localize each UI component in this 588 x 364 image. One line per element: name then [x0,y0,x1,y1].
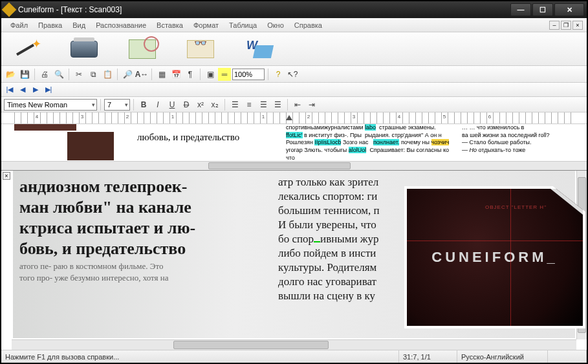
align-center-button[interactable]: ≡ [243,98,256,111]
export-word-button[interactable] [239,36,278,62]
recognize-button[interactable] [181,36,220,62]
underline-button[interactable]: U [166,98,179,111]
recognized-text-col3[interactable]: … … что изменилось в ва шей жизни за пос… [462,124,572,155]
splash-overlay: OBJECT "LETTER H" CUNEIFORM_ [404,186,585,328]
preview-icon[interactable]: 🔍 [52,68,65,81]
zoom-combo[interactable]: 100% [232,69,265,80]
cut-icon[interactable]: ✂ [72,68,85,81]
horizontal-ruler[interactable]: 4 3 2 1 1 2 3 4 5 6 [1,112,587,124]
print-icon[interactable]: 🖨 [38,68,51,81]
titlebar: Cuneiform - [Текст : Scan003] — ☐ ✕ [1,1,587,18]
mdi-close-button[interactable]: × [572,21,583,30]
first-page-button[interactable]: |◀ [4,85,16,95]
image-fragment [67,132,114,160]
font-size-combo[interactable]: 7 [104,99,130,111]
ocr-cursor-icon [314,241,320,242]
open-icon[interactable]: 📂 [4,68,17,81]
wizard-button[interactable] [6,36,45,62]
paste-icon[interactable]: 📋 [101,68,114,81]
nav-toolbar: |◀ ◀ ▶ ▶| [1,83,587,97]
replace-icon[interactable]: A↔ [135,68,148,81]
help-icon[interactable]: ? [272,68,285,81]
menu-recognition[interactable]: Распознавание [91,20,151,30]
indent-marker-icon[interactable] [286,115,292,120]
recognized-text[interactable]: любовь, и предательство [137,132,239,143]
mdi-restore-button[interactable]: ❐ [561,21,571,30]
menu-table[interactable]: Таблица [224,20,262,30]
maximize-button[interactable]: ☐ [532,3,553,16]
menu-file[interactable]: Файл [5,20,33,30]
para-marks-icon[interactable]: ¶ [184,68,197,81]
find-icon[interactable]: 🔎 [121,68,134,81]
window-title: Cuneiform - [Текст : Scan003] [18,5,509,14]
splash-title: CUNEIFORM_ [431,249,558,266]
app-icon [2,3,17,17]
text-pane[interactable]: любовь, и предательство спортивньамижурн… [1,124,587,171]
close-pane-button[interactable]: × [3,172,10,180]
status-extra [548,350,587,363]
align-right-button[interactable]: ☰ [257,98,270,111]
last-page-button[interactable]: ▶| [43,85,54,95]
indent-button[interactable]: ⇥ [305,98,318,111]
menu-format[interactable]: Формат [188,20,224,30]
main-toolbar [1,32,587,66]
align-justify-button[interactable]: ☰ [271,98,284,111]
status-hint: Нажмите F1 для вызова справки... [1,350,399,363]
bold-button[interactable]: B [137,98,150,111]
prev-page-button[interactable]: ◀ [17,85,28,95]
mdi-minimize-button[interactable]: – [549,21,560,30]
next-page-button[interactable]: ▶ [30,85,41,95]
status-position: 31:7, 1/1 [399,350,457,363]
text-pane-hscrollbar[interactable] [1,161,587,170]
scan-button[interactable] [65,36,103,62]
context-help-icon[interactable]: ↖? [286,68,299,81]
font-family-combo[interactable]: Times New Roman [4,99,97,111]
fit-icon[interactable]: ▣ [204,68,217,81]
calendar-icon[interactable]: 📅 [169,68,182,81]
recognized-text-col2[interactable]: спортивньамижурналистами labo страшные э… [286,124,454,162]
menu-edit[interactable]: Правка [33,20,67,30]
save-icon[interactable]: 💾 [18,68,31,81]
italic-button[interactable]: I [151,98,164,111]
subscript-button[interactable]: x₂ [208,98,221,111]
menu-view[interactable]: Вид [67,20,91,30]
image-pane-hscrollbar[interactable] [12,339,576,350]
minimize-button[interactable]: — [510,3,531,16]
outdent-button[interactable]: ⇤ [291,98,304,111]
layout-button[interactable] [123,36,162,62]
copy-icon[interactable]: ⧉ [87,68,100,81]
menu-window[interactable]: Окно [262,20,289,30]
grid-icon[interactable]: ▦ [155,68,168,81]
menu-help[interactable]: Справка [289,20,327,30]
splash-subtitle: OBJECT "LETTER H" [485,204,547,210]
statusbar: Нажмите F1 для вызова справки... 31:7, 1… [1,350,587,363]
close-button[interactable]: ✕ [554,3,584,16]
highlight-icon[interactable]: ═ [218,68,231,81]
image-fragment [14,124,76,131]
align-left-button[interactable]: ☰ [228,98,241,111]
superscript-button[interactable]: x² [194,98,207,111]
menu-insert[interactable]: Вставка [151,20,188,30]
status-language: Русско-Английский [457,350,548,363]
standard-toolbar: 📂 💾 🖨 🔍 ✂ ⧉ 📋 🔎 A↔ ▦ 📅 ¶ ▣ ═ 100% ? ↖? [1,66,587,83]
format-toolbar: Times New Roman 7 B I U D x² x₂ ☰ ≡ ☰ ☰ … [1,97,587,112]
strike-button[interactable]: D [180,98,193,111]
menubar: Файл Правка Вид Распознавание Вставка Фо… [1,18,587,32]
